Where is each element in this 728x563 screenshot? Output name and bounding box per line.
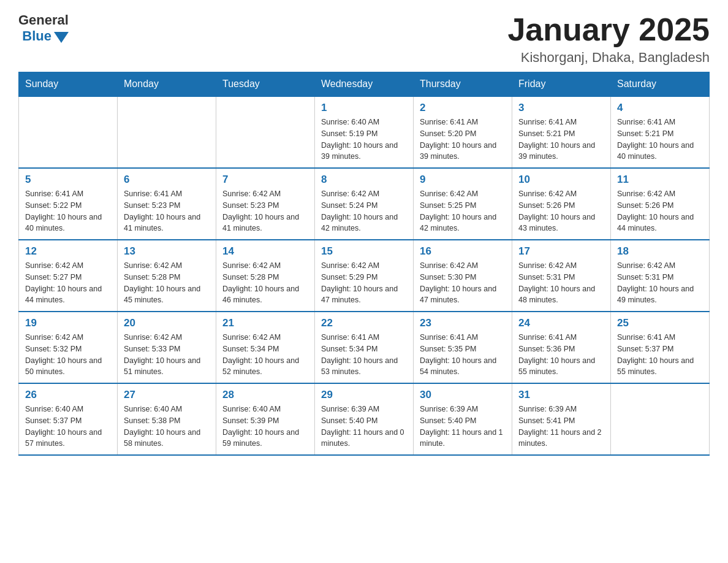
week-row-5: 26Sunrise: 6:40 AM Sunset: 5:37 PM Dayli…	[19, 383, 710, 455]
calendar-cell	[118, 96, 216, 168]
calendar-cell: 30Sunrise: 6:39 AM Sunset: 5:40 PM Dayli…	[414, 383, 512, 455]
col-header-sunday: Sunday	[19, 72, 118, 97]
day-info: Sunrise: 6:41 AM Sunset: 5:21 PM Dayligh…	[518, 117, 604, 163]
calendar-cell: 2Sunrise: 6:41 AM Sunset: 5:20 PM Daylig…	[414, 96, 512, 168]
day-number: 8	[321, 174, 407, 186]
calendar-cell: 18Sunrise: 6:42 AM Sunset: 5:31 PM Dayli…	[611, 240, 710, 312]
day-number: 4	[617, 102, 703, 114]
day-info: Sunrise: 6:41 AM Sunset: 5:37 PM Dayligh…	[617, 332, 703, 378]
day-info: Sunrise: 6:41 AM Sunset: 5:34 PM Dayligh…	[321, 332, 407, 378]
calendar-cell: 4Sunrise: 6:41 AM Sunset: 5:21 PM Daylig…	[611, 96, 710, 168]
day-number: 19	[25, 317, 111, 329]
day-info: Sunrise: 6:42 AM Sunset: 5:27 PM Dayligh…	[25, 260, 111, 306]
day-info: Sunrise: 6:41 AM Sunset: 5:21 PM Dayligh…	[617, 117, 703, 163]
title-section: January 2025 Kishorganj, Dhaka, Banglade…	[507, 12, 710, 66]
day-info: Sunrise: 6:42 AM Sunset: 5:23 PM Dayligh…	[222, 188, 308, 234]
calendar-cell: 24Sunrise: 6:41 AM Sunset: 5:36 PM Dayli…	[512, 312, 611, 383]
month-title: January 2025	[507, 12, 710, 47]
calendar-cell: 22Sunrise: 6:41 AM Sunset: 5:34 PM Dayli…	[315, 312, 414, 383]
day-info: Sunrise: 6:40 AM Sunset: 5:19 PM Dayligh…	[321, 117, 407, 163]
day-info: Sunrise: 6:42 AM Sunset: 5:28 PM Dayligh…	[222, 260, 308, 306]
day-number: 15	[321, 245, 407, 258]
calendar-table: SundayMondayTuesdayWednesdayThursdayFrid…	[18, 72, 710, 456]
week-row-2: 5Sunrise: 6:41 AM Sunset: 5:22 PM Daylig…	[19, 168, 710, 240]
calendar-cell: 1Sunrise: 6:40 AM Sunset: 5:19 PM Daylig…	[315, 96, 414, 168]
location-title: Kishorganj, Dhaka, Bangladesh	[507, 50, 710, 66]
calendar-cell: 27Sunrise: 6:40 AM Sunset: 5:38 PM Dayli…	[118, 383, 216, 455]
calendar-cell: 9Sunrise: 6:42 AM Sunset: 5:25 PM Daylig…	[414, 168, 512, 240]
day-info: Sunrise: 6:42 AM Sunset: 5:34 PM Dayligh…	[222, 332, 308, 378]
logo-triangle-icon	[54, 32, 69, 43]
calendar-cell	[611, 383, 710, 455]
week-row-4: 19Sunrise: 6:42 AM Sunset: 5:32 PM Dayli…	[19, 312, 710, 383]
col-header-friday: Friday	[512, 72, 611, 97]
day-number: 26	[25, 389, 111, 401]
calendar-cell: 14Sunrise: 6:42 AM Sunset: 5:28 PM Dayli…	[216, 240, 315, 312]
day-info: Sunrise: 6:41 AM Sunset: 5:22 PM Dayligh…	[25, 188, 111, 234]
calendar-cell	[19, 96, 118, 168]
day-info: Sunrise: 6:42 AM Sunset: 5:33 PM Dayligh…	[124, 332, 210, 378]
calendar-cell: 23Sunrise: 6:41 AM Sunset: 5:35 PM Dayli…	[414, 312, 512, 383]
day-info: Sunrise: 6:42 AM Sunset: 5:30 PM Dayligh…	[420, 260, 506, 306]
day-info: Sunrise: 6:42 AM Sunset: 5:29 PM Dayligh…	[321, 260, 407, 306]
calendar-cell: 15Sunrise: 6:42 AM Sunset: 5:29 PM Dayli…	[315, 240, 414, 312]
day-number: 3	[518, 102, 604, 114]
day-info: Sunrise: 6:39 AM Sunset: 5:41 PM Dayligh…	[518, 404, 604, 450]
calendar-cell: 11Sunrise: 6:42 AM Sunset: 5:26 PM Dayli…	[611, 168, 710, 240]
day-info: Sunrise: 6:41 AM Sunset: 5:35 PM Dayligh…	[420, 332, 506, 378]
day-info: Sunrise: 6:41 AM Sunset: 5:23 PM Dayligh…	[124, 188, 210, 234]
calendar-cell: 29Sunrise: 6:39 AM Sunset: 5:40 PM Dayli…	[315, 383, 414, 455]
calendar-cell: 21Sunrise: 6:42 AM Sunset: 5:34 PM Dayli…	[216, 312, 315, 383]
day-info: Sunrise: 6:41 AM Sunset: 5:20 PM Dayligh…	[420, 117, 506, 163]
calendar-cell: 5Sunrise: 6:41 AM Sunset: 5:22 PM Daylig…	[19, 168, 118, 240]
day-number: 30	[420, 389, 506, 401]
day-number: 2	[420, 102, 506, 114]
page-header: General Blue January 2025 Kishorganj, Dh…	[18, 12, 710, 66]
day-number: 6	[124, 174, 210, 186]
day-number: 16	[420, 245, 506, 258]
calendar-cell: 12Sunrise: 6:42 AM Sunset: 5:27 PM Dayli…	[19, 240, 118, 312]
day-number: 21	[222, 317, 308, 329]
day-number: 20	[124, 317, 210, 329]
day-number: 31	[518, 389, 604, 401]
day-number: 18	[617, 245, 703, 258]
day-number: 5	[25, 174, 111, 186]
day-number: 13	[124, 245, 210, 258]
day-number: 29	[321, 389, 407, 401]
day-number: 23	[420, 317, 506, 329]
week-row-1: 1Sunrise: 6:40 AM Sunset: 5:19 PM Daylig…	[19, 96, 710, 168]
calendar-cell: 16Sunrise: 6:42 AM Sunset: 5:30 PM Dayli…	[414, 240, 512, 312]
day-info: Sunrise: 6:42 AM Sunset: 5:26 PM Dayligh…	[518, 188, 604, 234]
day-info: Sunrise: 6:42 AM Sunset: 5:25 PM Dayligh…	[420, 188, 506, 234]
calendar-cell: 19Sunrise: 6:42 AM Sunset: 5:32 PM Dayli…	[19, 312, 118, 383]
calendar-cell: 6Sunrise: 6:41 AM Sunset: 5:23 PM Daylig…	[118, 168, 216, 240]
col-header-saturday: Saturday	[611, 72, 710, 97]
calendar-cell: 25Sunrise: 6:41 AM Sunset: 5:37 PM Dayli…	[611, 312, 710, 383]
day-info: Sunrise: 6:42 AM Sunset: 5:31 PM Dayligh…	[617, 260, 703, 306]
day-info: Sunrise: 6:40 AM Sunset: 5:38 PM Dayligh…	[124, 404, 210, 450]
day-number: 17	[518, 245, 604, 258]
day-number: 14	[222, 245, 308, 258]
day-number: 1	[321, 102, 407, 114]
day-number: 22	[321, 317, 407, 329]
day-number: 11	[617, 174, 703, 186]
col-header-tuesday: Tuesday	[216, 72, 315, 97]
day-number: 28	[222, 389, 308, 401]
week-row-3: 12Sunrise: 6:42 AM Sunset: 5:27 PM Dayli…	[19, 240, 710, 312]
calendar-cell: 7Sunrise: 6:42 AM Sunset: 5:23 PM Daylig…	[216, 168, 315, 240]
calendar-cell	[216, 96, 315, 168]
day-info: Sunrise: 6:42 AM Sunset: 5:31 PM Dayligh…	[518, 260, 604, 306]
day-number: 27	[124, 389, 210, 401]
day-number: 12	[25, 245, 111, 258]
day-info: Sunrise: 6:39 AM Sunset: 5:40 PM Dayligh…	[321, 404, 407, 450]
calendar-cell: 31Sunrise: 6:39 AM Sunset: 5:41 PM Dayli…	[512, 383, 611, 455]
logo-blue: Blue	[22, 28, 51, 44]
header-row: SundayMondayTuesdayWednesdayThursdayFrid…	[19, 72, 710, 97]
logo: General Blue	[18, 12, 69, 44]
calendar-cell: 3Sunrise: 6:41 AM Sunset: 5:21 PM Daylig…	[512, 96, 611, 168]
calendar-cell: 26Sunrise: 6:40 AM Sunset: 5:37 PM Dayli…	[19, 383, 118, 455]
day-info: Sunrise: 6:41 AM Sunset: 5:36 PM Dayligh…	[518, 332, 604, 378]
calendar-cell: 17Sunrise: 6:42 AM Sunset: 5:31 PM Dayli…	[512, 240, 611, 312]
calendar-cell: 13Sunrise: 6:42 AM Sunset: 5:28 PM Dayli…	[118, 240, 216, 312]
col-header-wednesday: Wednesday	[315, 72, 414, 97]
